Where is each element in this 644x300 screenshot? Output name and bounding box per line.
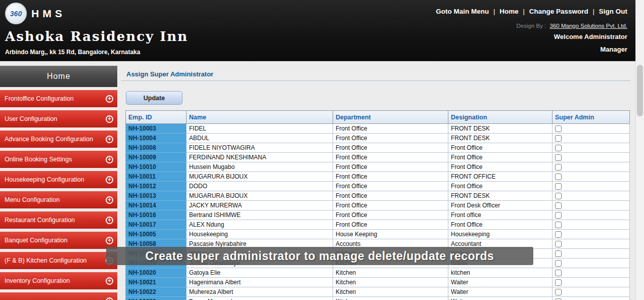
department-cell: Front Office	[333, 134, 448, 143]
emp-id-cell: NH-10017	[126, 220, 187, 230]
table-row: NH-10003FIDELFront OfficeFRONT DESK	[126, 124, 630, 134]
sidebar-item-banquet-configuration[interactable]: Banquet Configuration+	[0, 232, 117, 249]
super-admin-checkbox[interactable]	[555, 279, 562, 286]
table-row: NH-10014JACKY MURERWAFront OfficeFront D…	[126, 201, 630, 210]
super-admin-checkbox[interactable]	[555, 222, 562, 228]
department-cell: Front Office	[333, 143, 448, 153]
sidebar-item-label: Advance Booking Configuration	[5, 136, 93, 143]
sidebar-item-user-configuration[interactable]: User Configuration+	[0, 110, 117, 127]
super-admin-checkbox[interactable]	[555, 164, 562, 170]
sidebar-item-label: (F & B) Kitchen Configuration	[5, 257, 87, 264]
nav-home[interactable]: Home	[499, 8, 519, 15]
sidebar-home[interactable]: Home	[0, 66, 117, 87]
super-admin-checkbox[interactable]	[555, 260, 562, 267]
col-name: Name	[187, 111, 333, 124]
hotel-name: Ashoka Rasidency Inn	[5, 29, 188, 44]
sidebar-item-label: Frontoffice Configuration	[5, 95, 74, 102]
welcome-text: Welcome Administrator	[433, 33, 627, 40]
super-admin-checkbox[interactable]	[555, 212, 562, 219]
sidebar-item-inventory-configuration[interactable]: Inventory Configuration+	[0, 272, 117, 289]
department-cell: Front Office	[333, 124, 448, 134]
sidebar-menu: Frontoffice Configuration+User Configura…	[0, 90, 117, 289]
super-admin-cell	[553, 297, 630, 300]
sidebar-item-partial[interactable]: +	[0, 292, 117, 300]
super-admin-cell	[553, 124, 630, 134]
designation-cell: Front Desk Officer	[448, 201, 553, 210]
col-department: Department	[333, 111, 448, 124]
super-admin-checkbox[interactable]	[555, 289, 562, 295]
sidebar-item-label: Menu Configuration	[5, 196, 60, 203]
department-cell: Front Office	[333, 220, 448, 230]
super-admin-checkbox[interactable]	[555, 202, 562, 209]
name-cell: ALEX Ndung	[187, 220, 333, 230]
super-admin-cell	[553, 278, 630, 287]
sidebar-item-online-booking-settings[interactable]: Online Booking Settings+	[0, 151, 117, 168]
plus-icon: +	[106, 217, 113, 224]
super-admin-cell	[553, 268, 630, 278]
update-button[interactable]: Update	[126, 91, 182, 105]
super-admin-checkbox[interactable]	[555, 231, 562, 238]
plus-icon: +	[106, 176, 113, 184]
department-cell: Front Office	[333, 191, 448, 201]
emp-id-cell: NH-10020	[126, 268, 187, 278]
super-admin-checkbox[interactable]	[555, 145, 562, 151]
super-admin-cell	[553, 239, 630, 249]
scrollbar-thumb[interactable]	[637, 65, 643, 116]
sidebar-item-advance-booking-configuration[interactable]: Advance Booking Configuration+	[0, 131, 117, 148]
col-emp-id: Emp. ID	[126, 111, 187, 124]
name-cell: DODO	[187, 182, 333, 191]
super-admin-checkbox[interactable]	[555, 250, 562, 257]
plus-icon: +	[106, 277, 113, 285]
designation-cell: FRONT DESK	[448, 134, 553, 143]
department-cell: Front Office	[333, 210, 448, 220]
department-cell: Front Office	[333, 172, 448, 182]
sidebar-item-label: Banquet Configuration	[5, 237, 67, 244]
design-by: Design By : 360 Mango Solutions Pvt. Ltd…	[433, 23, 627, 29]
table-row: NH-10012DODOFront OfficeFront Office	[126, 182, 630, 191]
table-row: NH-10021Hagenimana AlbertKitchenWaiter	[126, 278, 630, 287]
super-admin-checkbox[interactable]	[555, 174, 562, 180]
emp-id-cell: NH-10010	[126, 162, 187, 172]
header-right: Goto Main Menu | Home | Change Password …	[433, 8, 627, 53]
plus-icon: +	[106, 136, 113, 143]
table-header-row: Emp. ID Name Department Designation Supe…	[126, 111, 630, 124]
logo-360-text: 360	[10, 10, 22, 18]
emp-id-cell: NH-10014	[126, 201, 187, 210]
designation-cell: Front Office	[448, 153, 553, 162]
brand-block: 360 HMS Ashoka Rasidency Inn Arbindo Mar…	[5, 3, 188, 56]
super-admin-checkbox[interactable]	[555, 193, 562, 199]
sidebar-item-label: Inventory Configuration	[5, 277, 70, 284]
name-cell: Bertrand ISHIMWE	[187, 210, 333, 220]
title-divider	[121, 80, 630, 81]
department-cell: Kitchen	[333, 287, 448, 297]
sidebar-item-restaurant-configuration[interactable]: Restaurant Configuration+	[0, 211, 117, 229]
design-by-link[interactable]: 360 Mango Solutions Pvt. Ltd.	[550, 23, 627, 29]
sidebar-item-menu-configuration[interactable]: Menu Configuration+	[0, 191, 117, 208]
department-cell: Kitchen	[333, 268, 448, 278]
nav-goto-main-menu[interactable]: Goto Main Menu	[436, 8, 489, 15]
super-admin-checkbox[interactable]	[555, 183, 562, 190]
plus-icon: +	[106, 156, 113, 163]
sidebar-item-frontoffice-configuration[interactable]: Frontoffice Configuration+	[0, 90, 117, 107]
sidebar-item-housekeeping-configuration[interactable]: Housekeeping Configuration+	[0, 171, 117, 188]
nav-sign-out[interactable]: Sign Out	[599, 8, 627, 15]
design-by-label: Design By :	[517, 23, 546, 29]
name-cell: FIDELE NIYOTWAGIRA	[187, 143, 333, 153]
table-row: NH-10010Hussein MugaboFront OfficeFront …	[126, 162, 630, 172]
name-cell: FERDINAND NKESHIMANA	[187, 153, 333, 162]
sidebar-item--f-b-kitchen-configuration[interactable]: (F & B) Kitchen Configuration+	[0, 252, 117, 269]
super-admin-checkbox[interactable]	[555, 125, 562, 132]
caption-overlay: Create super administrator to manage del…	[106, 247, 533, 265]
col-super-admin: Super Admin	[553, 111, 630, 124]
nav-change-password[interactable]: Change Password	[529, 8, 588, 15]
table-row: NH-10017ALEX NdungFront OfficeFront Offi…	[126, 220, 630, 230]
super-admin-checkbox[interactable]	[555, 270, 562, 276]
super-admin-checkbox[interactable]	[555, 135, 562, 142]
emp-id-cell: NH-10003	[126, 124, 187, 134]
nav-separator: |	[591, 8, 596, 15]
table-row: NH-10020Gatoya ElieKitchenkitchen	[126, 268, 630, 278]
vertical-scrollbar[interactable]	[635, 0, 644, 300]
col-designation: Designation	[448, 111, 553, 124]
super-admin-checkbox[interactable]	[555, 241, 562, 247]
super-admin-checkbox[interactable]	[555, 154, 562, 161]
